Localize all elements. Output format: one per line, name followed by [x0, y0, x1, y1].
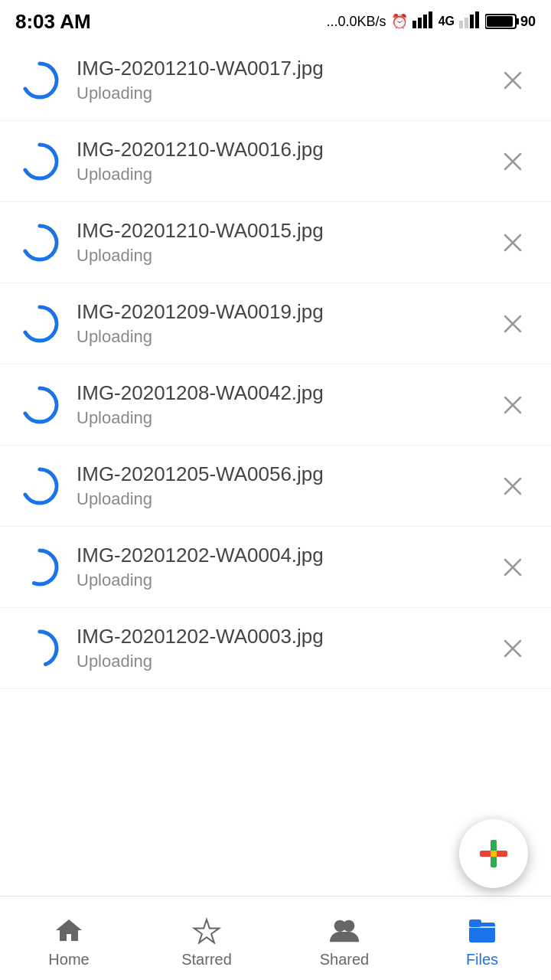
battery-icon: 90	[485, 13, 536, 30]
file-name: IMG-20201210-WA0016.jpg	[77, 138, 478, 162]
nav-starred[interactable]: Starred	[138, 908, 276, 969]
svg-rect-0	[412, 21, 416, 28]
bottom-navigation: Home Starred Shared Files	[0, 896, 551, 980]
file-status: Uploading	[77, 83, 478, 103]
file-status: Uploading	[77, 652, 478, 671]
file-info: IMG-20201210-WA0016.jpg Uploading	[77, 138, 478, 185]
home-icon	[53, 914, 85, 946]
cancel-upload-button[interactable]	[493, 223, 533, 263]
signal2-icon	[459, 11, 481, 32]
status-icons: ...0.0KB/s ⏰ 4G 90	[327, 11, 536, 32]
file-info: IMG-20201205-WA0056.jpg Uploading	[77, 462, 478, 509]
upload-item: IMG-20201202-WA0003.jpg Uploading	[0, 608, 551, 689]
status-bar: 8:03 AM ...0.0KB/s ⏰ 4G 90	[0, 0, 551, 40]
cancel-upload-button[interactable]	[493, 466, 533, 506]
add-fab-button[interactable]	[459, 819, 528, 888]
file-name: IMG-20201208-WA0042.jpg	[77, 381, 478, 405]
svg-rect-7	[475, 11, 479, 28]
upload-list: IMG-20201210-WA0017.jpg Uploading IMG-20…	[0, 40, 551, 781]
upload-spinner-icon	[18, 140, 61, 183]
file-status: Uploading	[77, 246, 478, 266]
nav-starred-label: Starred	[181, 951, 232, 969]
svg-rect-1	[418, 18, 422, 28]
network-speed: ...0.0KB/s	[327, 14, 386, 30]
file-status: Uploading	[77, 408, 478, 428]
upload-item: IMG-20201210-WA0017.jpg Uploading	[0, 40, 551, 121]
upload-item: IMG-20201210-WA0016.jpg Uploading	[0, 121, 551, 202]
upload-spinner-icon	[18, 59, 61, 102]
shared-icon	[328, 914, 360, 946]
file-info: IMG-20201202-WA0004.jpg Uploading	[77, 544, 478, 590]
nav-shared[interactable]: Shared	[276, 908, 413, 969]
cancel-upload-button[interactable]	[493, 304, 533, 344]
svg-rect-4	[459, 21, 463, 28]
upload-spinner-icon	[18, 627, 61, 670]
svg-rect-10	[487, 16, 513, 27]
upload-spinner-icon	[18, 384, 61, 426]
svg-rect-3	[429, 11, 432, 28]
svg-rect-9	[516, 18, 519, 24]
file-name: IMG-20201202-WA0004.jpg	[77, 544, 478, 567]
svg-rect-33	[469, 920, 481, 927]
upload-item: IMG-20201208-WA0042.jpg Uploading	[0, 364, 551, 446]
file-info: IMG-20201208-WA0042.jpg Uploading	[77, 381, 478, 428]
file-info: IMG-20201210-WA0015.jpg Uploading	[77, 219, 478, 266]
svg-rect-6	[470, 15, 474, 28]
upload-spinner-icon	[18, 465, 61, 508]
svg-rect-5	[465, 18, 468, 28]
svg-point-31	[343, 920, 354, 932]
upload-spinner-icon	[18, 221, 61, 264]
upload-item: IMG-20201210-WA0015.jpg Uploading	[0, 202, 551, 283]
files-icon	[466, 914, 498, 946]
alarm-icon: ⏰	[391, 13, 408, 30]
file-name: IMG-20201205-WA0056.jpg	[77, 462, 478, 486]
nav-home[interactable]: Home	[0, 908, 138, 969]
file-status: Uploading	[77, 165, 478, 185]
signal-icon	[412, 11, 434, 32]
cancel-upload-button[interactable]	[493, 142, 533, 181]
star-icon	[191, 914, 223, 946]
cancel-upload-button[interactable]	[493, 60, 533, 100]
file-info: IMG-20201210-WA0017.jpg Uploading	[77, 57, 478, 103]
file-status: Uploading	[77, 327, 478, 347]
svg-rect-2	[423, 15, 427, 28]
upload-spinner-icon	[18, 546, 61, 589]
upload-spinner-icon	[18, 302, 61, 345]
battery-level: 90	[520, 14, 536, 30]
nav-shared-label: Shared	[320, 951, 370, 969]
status-time: 8:03 AM	[15, 10, 91, 34]
nav-files[interactable]: Files	[413, 908, 551, 969]
nav-home-label: Home	[48, 951, 89, 969]
svg-rect-29	[491, 851, 497, 857]
file-name: IMG-20201202-WA0003.jpg	[77, 625, 478, 648]
file-status: Uploading	[77, 570, 478, 590]
file-name: IMG-20201209-WA0019.jpg	[77, 300, 478, 324]
file-info: IMG-20201202-WA0003.jpg Uploading	[77, 625, 478, 671]
cancel-upload-button[interactable]	[493, 547, 533, 587]
file-name: IMG-20201210-WA0017.jpg	[77, 57, 478, 80]
file-name: IMG-20201210-WA0015.jpg	[77, 219, 478, 243]
upload-item: IMG-20201209-WA0019.jpg Uploading	[0, 283, 551, 364]
file-info: IMG-20201209-WA0019.jpg Uploading	[77, 300, 478, 347]
cancel-upload-button[interactable]	[493, 629, 533, 668]
cancel-upload-button[interactable]	[493, 385, 533, 425]
upload-item: IMG-20201205-WA0056.jpg Uploading	[0, 446, 551, 527]
file-status: Uploading	[77, 489, 478, 509]
lte-badge: 4G	[439, 15, 455, 28]
upload-item: IMG-20201202-WA0004.jpg Uploading	[0, 527, 551, 608]
nav-files-label: Files	[466, 951, 498, 969]
